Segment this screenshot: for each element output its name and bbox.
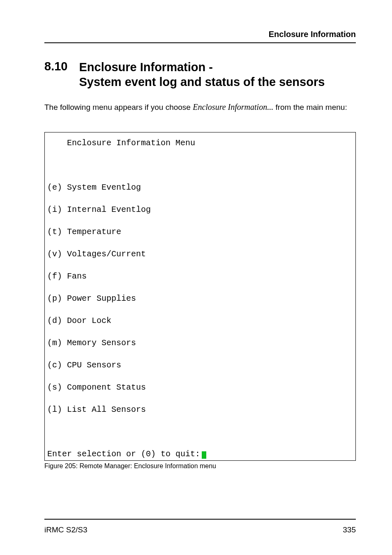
terminal-title: Enclosure Information Menu	[47, 137, 355, 149]
intro-paragraph: The following menu appears if you choose…	[44, 101, 356, 113]
menu-item: (s) Component Status	[47, 382, 355, 393]
footer-page-number: 335	[343, 525, 356, 534]
figure-caption: Figure 205: Remote Manager: Enclosure In…	[44, 462, 356, 470]
menu-item: (d) Door Lock	[47, 315, 355, 326]
intro-italic: Enclosure Information...	[193, 102, 273, 111]
section-heading: 8.10 Enclosure Information - System even…	[44, 60, 356, 90]
menu-item: (t) Temperature	[47, 226, 355, 237]
intro-after: from the main menu:	[273, 103, 347, 111]
menu-item: (i) Internal Eventlog	[47, 204, 355, 215]
terminal-blank	[47, 160, 355, 171]
menu-item: (v) Voltages/Current	[47, 248, 355, 260]
menu-item: (f) Fans	[47, 271, 355, 282]
terminal-box: Enclosure Information Menu (e) System Ev…	[44, 132, 356, 461]
page: Enclosure Information 8.10 Enclosure Inf…	[0, 0, 392, 555]
section-title-line2: System event log and status of the senso…	[79, 75, 325, 88]
footer-left: iRMC S2/S3	[44, 525, 88, 534]
menu-item: (l) List All Sensors	[47, 404, 355, 415]
terminal-prompt: Enter selection or (0) to quit:	[47, 449, 200, 459]
menu-item: (m) Memory Sensors	[47, 337, 355, 348]
running-head: Enclosure Information	[44, 30, 356, 39]
menu-item: (e) System Eventlog	[47, 182, 355, 193]
terminal-blank	[47, 426, 355, 437]
section-title: Enclosure Information - System event log…	[79, 60, 325, 90]
footer-rule	[44, 519, 356, 520]
section-title-line1: Enclosure Information -	[79, 60, 212, 74]
terminal-prompt-line: Enter selection or (0) to quit:	[47, 448, 355, 460]
menu-item: (c) CPU Sensors	[47, 360, 355, 371]
header-rule	[44, 42, 356, 43]
menu-item: (p) Power Supplies	[47, 293, 355, 304]
footer: iRMC S2/S3 335	[44, 514, 356, 534]
cursor-icon	[202, 451, 206, 459]
section-number: 8.10	[44, 60, 67, 73]
footer-row: iRMC S2/S3 335	[44, 525, 356, 534]
intro-before: The following menu appears if you choose	[44, 103, 193, 111]
